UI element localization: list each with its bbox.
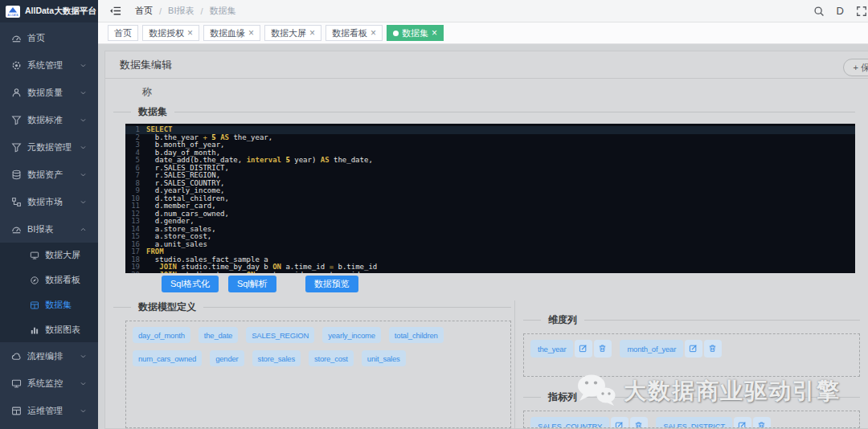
breadcrumb-separator: / bbox=[159, 6, 162, 16]
delete-chip-button[interactable] bbox=[753, 417, 771, 428]
sql-parse-button[interactable]: Sql解析 bbox=[228, 276, 276, 292]
line-number: 20 bbox=[125, 272, 146, 274]
compass-icon bbox=[30, 276, 39, 285]
model-field-chip[interactable]: unit_sales bbox=[362, 350, 406, 366]
chip-label[interactable]: month_of_year bbox=[620, 340, 683, 358]
breadcrumb-item[interactable]: 首页 bbox=[135, 5, 153, 17]
gauge-icon bbox=[11, 33, 22, 43]
tree-icon bbox=[11, 197, 22, 207]
sidebar-item-data-chart[interactable]: 数据图表 bbox=[0, 317, 98, 342]
sidebar-item-data-asset[interactable]: 数据资产 bbox=[0, 161, 98, 188]
sidebar-collapse-icon[interactable] bbox=[109, 5, 121, 17]
chip-label[interactable]: the_year bbox=[530, 340, 573, 358]
tab-data-screen[interactable]: 数据大屏× bbox=[264, 25, 321, 41]
tab-label: 数据大屏 bbox=[271, 27, 306, 39]
sidebar-item-label: 元数据管理 bbox=[27, 141, 72, 153]
sidebar-menu: 首页系统管理数据质量数据标准元数据管理数据资产数据市场BI报表数据大屏数据看板数… bbox=[0, 22, 98, 429]
sidebar-item-label: 数据集 bbox=[45, 299, 72, 311]
delete-chip-button[interactable] bbox=[594, 340, 612, 358]
sql-line: 7 r.SALES_REGION, bbox=[125, 172, 855, 180]
sidebar-item-bi-report[interactable]: BI报表 bbox=[0, 215, 98, 243]
sidebar-item-dataset[interactable]: 数据集 bbox=[0, 292, 98, 317]
grid-icon bbox=[11, 406, 22, 416]
close-icon[interactable]: × bbox=[187, 28, 193, 38]
search-icon[interactable] bbox=[813, 6, 825, 17]
metric-columns-box: SALES_COUNTRYSALES_DISTRICTmember_card bbox=[523, 411, 860, 428]
trash-icon bbox=[708, 344, 719, 354]
sidebar-item-data-screen[interactable]: 数据大屏 bbox=[0, 243, 98, 268]
sidebar-item-system-monitor[interactable]: 系统监控 bbox=[0, 370, 98, 397]
sql-line: 12 d.num_cars_owned, bbox=[125, 210, 855, 219]
data-preview-button[interactable]: 数据预览 bbox=[305, 276, 358, 292]
sql-code: JOIN studio.store c ON a.store_id = c.st… bbox=[146, 272, 360, 274]
close-icon[interactable]: × bbox=[248, 28, 254, 38]
docs-icon[interactable]: D bbox=[837, 5, 844, 17]
chevron-down-icon bbox=[80, 407, 87, 415]
model-fields-box: day_of_monththe_dateSALES_REGIONyearly_i… bbox=[125, 321, 511, 428]
model-field-chip[interactable]: SALES_REGION bbox=[246, 327, 314, 343]
model-field-chip[interactable]: yearly_income bbox=[322, 327, 381, 343]
sidebar-item-flow-orchestration[interactable]: 流程编排 bbox=[0, 342, 98, 370]
user-icon bbox=[11, 88, 22, 98]
tab-label: 数据看板 bbox=[332, 27, 367, 39]
sidebar-item-data-market[interactable]: 数据市场 bbox=[0, 188, 98, 215]
model-field-chip[interactable]: total_children bbox=[389, 327, 444, 343]
tab-data-auth[interactable]: 数据授权× bbox=[142, 25, 199, 41]
sidebar-item-label: 数据市场 bbox=[27, 196, 63, 208]
edit-chip-button[interactable] bbox=[734, 417, 751, 428]
app-logo-icon: ALLDATA bbox=[6, 6, 20, 18]
model-field-chip[interactable]: store_sales bbox=[252, 350, 301, 366]
sidebar-item-data-board[interactable]: 数据看板 bbox=[0, 268, 98, 292]
dataset-section-divider: 数据集 bbox=[113, 105, 855, 119]
breadcrumb-item[interactable]: BI报表 bbox=[168, 5, 194, 17]
chevron-down-icon bbox=[80, 116, 87, 124]
model-field-chip[interactable]: day_of_month bbox=[133, 327, 190, 343]
sidebar-item-system-management[interactable]: 系统管理 bbox=[0, 51, 98, 79]
metric-chip: SALES_DISTRICT bbox=[656, 417, 771, 428]
funnel-icon bbox=[11, 115, 22, 125]
sidebar-item-label: 数据资产 bbox=[27, 169, 63, 181]
edit-chip-button[interactable] bbox=[575, 340, 592, 358]
edit-chip-button[interactable] bbox=[611, 417, 628, 428]
sidebar-item-metadata-management[interactable]: 元数据管理 bbox=[0, 133, 98, 161]
save-button[interactable]: + 保存 bbox=[843, 59, 868, 76]
chip-label[interactable]: SALES_DISTRICT bbox=[656, 417, 732, 428]
model-field-chip[interactable]: store_cost bbox=[309, 350, 354, 366]
sidebar-item-data-quality[interactable]: 数据质量 bbox=[0, 79, 98, 106]
sql-actions: Sql格式化 Sql解析 数据预览 bbox=[162, 276, 868, 292]
breadcrumb-item[interactable]: 数据集 bbox=[210, 5, 236, 17]
model-field-chip[interactable]: num_cars_owned bbox=[133, 350, 202, 366]
sidebar-item-home[interactable]: 首页 bbox=[0, 24, 98, 51]
tab-data-board[interactable]: 数据看板× bbox=[326, 25, 383, 41]
tab-home[interactable]: 首页 bbox=[108, 25, 138, 41]
trash-icon bbox=[634, 421, 645, 429]
sql-format-button[interactable]: Sql格式化 bbox=[162, 276, 219, 292]
delete-chip-button[interactable] bbox=[630, 417, 648, 428]
sidebar-item-label: 系统监控 bbox=[27, 378, 63, 390]
chevron-down-icon bbox=[80, 171, 87, 178]
chevron-down-icon bbox=[80, 144, 87, 151]
model-field-chip[interactable]: gender bbox=[210, 350, 244, 366]
close-icon[interactable]: × bbox=[432, 28, 437, 38]
model-field-chip[interactable]: the_date bbox=[199, 327, 238, 343]
sidebar-item-data-standard[interactable]: 数据标准 bbox=[0, 106, 98, 133]
columns-panel: 维度列 the_yearmonth_of_year 指标列 SALES_COUN… bbox=[514, 300, 868, 428]
metric-section-divider: 指标列 bbox=[523, 390, 860, 404]
top-navbar: 首页/BI报表/数据集 D bbox=[98, 0, 868, 22]
sql-editor[interactable]: 1SELECT2 b.the_year + 5 AS the_year,3 b.… bbox=[125, 124, 855, 273]
fullscreen-icon[interactable] bbox=[856, 6, 867, 17]
close-icon[interactable]: × bbox=[371, 28, 376, 38]
tab-dataset[interactable]: 数据集× bbox=[387, 25, 444, 41]
breadcrumb: 首页/BI报表/数据集 bbox=[135, 5, 236, 17]
edit-chip-button[interactable] bbox=[685, 340, 702, 358]
tab-data-lineage[interactable]: 数据血缘× bbox=[203, 25, 260, 41]
delete-chip-button[interactable] bbox=[704, 340, 722, 358]
sql-line: 8 r.SALES_COUNTRY, bbox=[125, 180, 855, 188]
close-icon[interactable]: × bbox=[309, 28, 315, 38]
sidebar-submenu: 数据大屏数据看板数据集数据图表 bbox=[0, 243, 98, 342]
sql-line: 11 d.member_card, bbox=[125, 202, 855, 210]
grid-icon bbox=[30, 300, 39, 310]
chip-label[interactable]: SALES_COUNTRY bbox=[530, 417, 609, 428]
chevron-down-icon bbox=[80, 353, 87, 360]
sidebar-item-ops-management[interactable]: 运维管理 bbox=[0, 397, 98, 424]
